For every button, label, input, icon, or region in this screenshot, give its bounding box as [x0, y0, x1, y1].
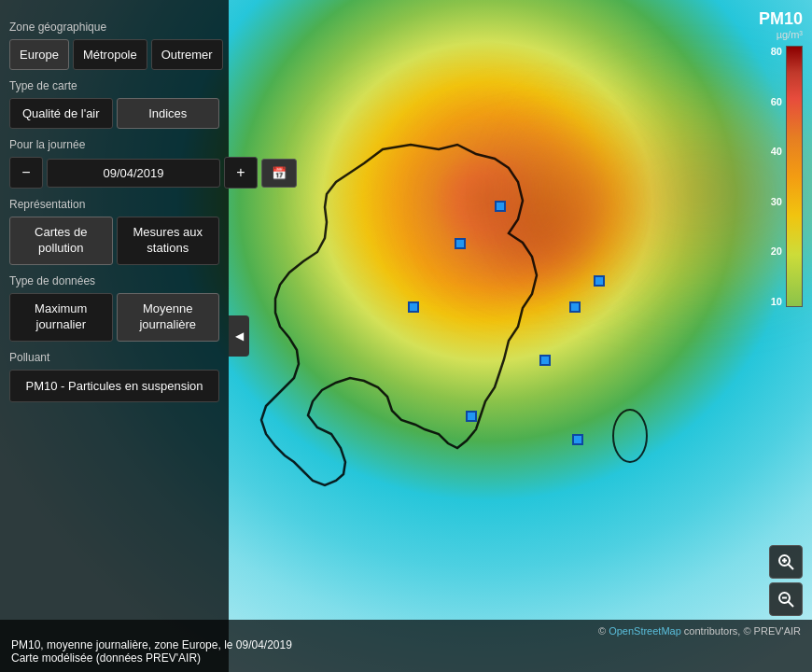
legend-title: PM10 [759, 9, 803, 29]
zoom-out-button[interactable] [769, 582, 803, 616]
zoom-in-button[interactable] [769, 545, 803, 579]
legend-val-20: 20 [771, 245, 782, 257]
collapse-sidebar-button[interactable]: ◀ [229, 315, 249, 357]
bottom-line1: PM10, moyenne journalière, zone Europe, … [11, 638, 801, 651]
date-row: − + 📅 [9, 157, 219, 189]
zone-btn-group: Europe Métropole Outremer [9, 39, 219, 70]
zone-europe-button[interactable]: Europe [9, 39, 69, 70]
legend-val-10: 10 [771, 296, 782, 307]
station-marker[interactable] [539, 355, 551, 366]
moyenne-journaliere-button[interactable]: Moyenne journalière [117, 293, 220, 342]
attribution-text: © OpenStreetMap contributors, © PREV'AIR [11, 625, 801, 637]
zone-metropole-button[interactable]: Métropole [73, 39, 147, 70]
type-carte-label: Type de carte [9, 79, 219, 92]
calendar-button[interactable]: 📅 [261, 159, 297, 188]
station-marker[interactable] [569, 301, 581, 313]
maximum-journalier-button[interactable]: Maximum journalier [9, 293, 113, 342]
legend: PM10 µg/m³ 80 60 40 30 20 10 [759, 9, 803, 307]
svg-line-6 [789, 602, 794, 608]
bottom-line2: Carte modélisée (données PREV'AIR) [11, 651, 801, 665]
type-carte-btn-group: Qualité de l'air Indices [9, 98, 219, 129]
bottom-bar: © OpenStreetMap contributors, © PREV'AIR… [0, 620, 812, 672]
date-input[interactable] [47, 159, 220, 188]
sidebar: Zone géographique Europe Métropole Outre… [0, 0, 229, 672]
svg-line-2 [789, 565, 794, 570]
legend-val-30: 30 [771, 196, 782, 207]
station-marker[interactable] [466, 411, 477, 422]
legend-val-40: 40 [771, 146, 782, 157]
polluant-label: Polluant [9, 351, 219, 364]
station-marker[interactable] [408, 301, 419, 313]
zoom-buttons [769, 545, 803, 616]
type-donnees-label: Type de données [9, 274, 219, 287]
color-bar [786, 46, 803, 307]
qualite-air-button[interactable]: Qualité de l'air [9, 98, 113, 129]
station-marker[interactable] [572, 434, 583, 445]
legend-val-60: 60 [771, 96, 782, 107]
polluant-button[interactable]: PM10 - Particules en suspension [9, 370, 219, 402]
indices-button[interactable]: Indices [117, 98, 220, 129]
date-minus-button[interactable]: − [9, 157, 43, 189]
station-marker[interactable] [594, 275, 605, 287]
legend-val-80: 80 [771, 46, 782, 57]
station-marker[interactable] [495, 201, 506, 212]
representation-label: Représentation [9, 198, 219, 211]
station-marker[interactable] [455, 238, 466, 249]
mesures-stations-button[interactable]: Mesures aux stations [117, 217, 220, 265]
legend-unit: µg/m³ [759, 29, 803, 40]
zone-label: Zone géographique [9, 21, 219, 34]
zone-outremer-button[interactable]: Outremer [151, 39, 223, 70]
type-donnees-btn-group: Maximum journalier Moyenne journalière [9, 293, 219, 342]
legend-labels: 80 60 40 30 20 10 [771, 46, 782, 307]
representation-btn-group: Cartes de pollution Mesures aux stations [9, 217, 219, 265]
journee-label: Pour la journée [9, 138, 219, 151]
openstreetmap-link[interactable]: OpenStreetMap [609, 625, 681, 637]
color-bar-container: 80 60 40 30 20 10 [759, 46, 803, 307]
cartes-pollution-button[interactable]: Cartes de pollution [9, 217, 113, 265]
date-plus-button[interactable]: + [224, 157, 258, 189]
